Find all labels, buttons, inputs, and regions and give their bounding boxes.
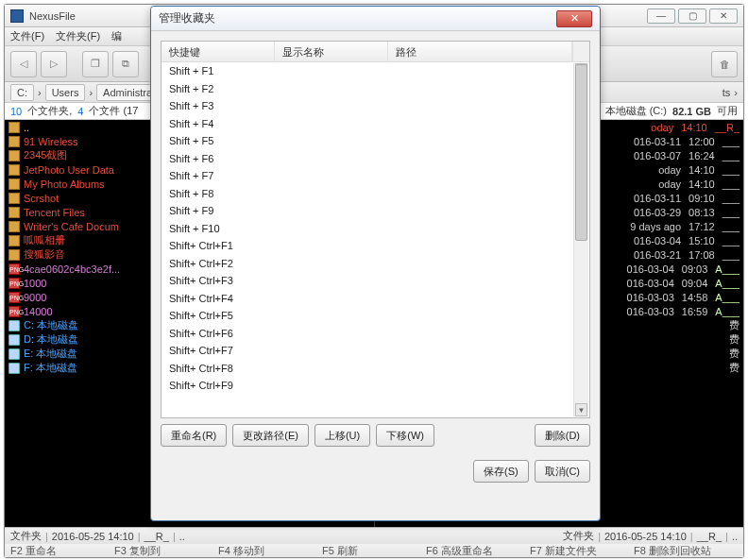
minimize-button[interactable]: — — [647, 8, 675, 24]
attr-col: A___ — [715, 263, 740, 275]
move-down-button[interactable]: 下移(W) — [376, 424, 434, 447]
favorite-row[interactable]: Shift+ Ctrl+F7 — [162, 342, 589, 360]
folder-icon — [8, 122, 20, 133]
favorite-row[interactable]: Shift + F4 — [162, 115, 589, 133]
drive-icon — [8, 320, 20, 331]
bc-right-tail: ts — [722, 87, 731, 98]
favorite-row[interactable]: Shift+ Ctrl+F8 — [162, 360, 589, 378]
layers-button[interactable]: ⧉ — [112, 51, 139, 77]
time-col: 14:10 — [688, 164, 715, 176]
list-body[interactable]: Shift + F1Shift + F2Shift + F3Shift + F4… — [162, 62, 589, 417]
favorite-row[interactable]: Shift+ Ctrl+F1 — [162, 237, 589, 255]
scroll-thumb[interactable] — [575, 64, 587, 241]
trash-button[interactable]: 🗑 — [711, 51, 738, 77]
drive-icon — [8, 363, 20, 374]
rename-button[interactable]: 重命名(R) — [161, 424, 227, 447]
close-button[interactable]: ✕ — [709, 8, 738, 24]
date-col: 016-03-21 — [634, 249, 681, 261]
copy-icon: ❐ — [91, 58, 100, 70]
folder-icon — [8, 193, 20, 204]
fn-f6[interactable]: F6 高级重命名 — [426, 544, 530, 558]
dialog-close-button[interactable]: ✕ — [556, 10, 592, 27]
menu-edit[interactable]: 编 — [111, 29, 122, 43]
menu-folder[interactable]: 文件夹(F) — [56, 29, 100, 43]
change-path-button[interactable]: 更改路径(E) — [232, 424, 309, 447]
time-col: 15:10 — [688, 235, 715, 246]
fn-f2[interactable]: F2 重命名 — [10, 544, 114, 558]
date-col: oday — [658, 164, 681, 176]
favorite-row[interactable]: Shift + F9 — [162, 202, 589, 220]
favorite-row[interactable]: Shift+ Ctrl+F4 — [162, 290, 589, 308]
attr-col: ___ — [722, 164, 740, 176]
maximize-button[interactable]: ▢ — [678, 8, 706, 24]
date-col: 016-03-29 — [634, 207, 681, 218]
list-header: 快捷键 显示名称 路径 — [162, 42, 589, 62]
attr-col: A___ — [715, 278, 740, 289]
back-button[interactable]: ◁ — [10, 51, 37, 77]
delete-button[interactable]: 删除(D) — [535, 424, 590, 447]
drive-icon — [8, 334, 20, 346]
favorite-row[interactable]: Shift + F10 — [162, 220, 589, 238]
forward-button[interactable]: ▷ — [41, 51, 67, 77]
attr-col: A___ — [715, 292, 740, 303]
move-up-button[interactable]: 上移(U) — [314, 424, 370, 447]
attr-col: A___ — [715, 306, 740, 317]
favorite-row[interactable]: Shift + F6 — [162, 150, 589, 168]
drive-label: 本地磁盘 (C:) — [605, 104, 667, 118]
favorite-row[interactable]: Shift+ Ctrl+F9 — [162, 377, 589, 395]
col-shortcut[interactable]: 快捷键 — [162, 42, 275, 61]
folder-icon — [8, 207, 20, 218]
fn-f8[interactable]: F8 删除到回收站 — [634, 544, 738, 558]
time-col: 09:03 — [682, 263, 708, 275]
status-left-date: 2016-05-25 14:10 — [52, 531, 134, 542]
fn-f7[interactable]: F7 新建文件夹 — [530, 544, 634, 558]
drive-icon — [8, 348, 20, 360]
item-label: 9000 — [24, 292, 46, 303]
close-icon: ✕ — [570, 12, 579, 25]
save-button[interactable]: 保存(S) — [473, 460, 529, 483]
app-title: NexusFile — [29, 10, 76, 22]
favorite-row[interactable]: Shift + F1 — [162, 62, 589, 80]
favorite-row[interactable]: Shift + F8 — [162, 185, 589, 203]
item-label: Tencent Files — [24, 207, 85, 218]
dialog-button-row-1: 重命名(R) 更改路径(E) 上移(U) 下移(W) 删除(D) — [151, 424, 600, 452]
favorite-row[interactable]: Shift + F5 — [162, 132, 589, 150]
layers-icon: ⧉ — [122, 58, 129, 70]
col-display-name[interactable]: 显示名称 — [275, 42, 388, 61]
bc-users[interactable]: Users — [45, 84, 86, 101]
item-label: 1000 — [24, 278, 46, 289]
file-count: 4 — [77, 106, 83, 117]
favorite-row[interactable]: Shift+ Ctrl+F5 — [162, 307, 589, 325]
favorite-row[interactable]: Shift+ Ctrl+F2 — [162, 255, 589, 273]
attr-col: ___ — [722, 235, 740, 246]
bc-drive[interactable]: C: — [10, 84, 34, 101]
favorite-row[interactable]: Shift + F2 — [162, 80, 589, 98]
fn-f4[interactable]: F4 移动到 — [218, 544, 322, 558]
col-path[interactable]: 路径 — [388, 42, 572, 61]
list-scrollbar[interactable]: ▲ ▼ — [573, 63, 588, 416]
dialog-titlebar: 管理收藏夹 ✕ — [151, 7, 600, 31]
attr-col: ___ — [722, 178, 740, 190]
favorite-row[interactable]: Shift+ Ctrl+F6 — [162, 325, 589, 343]
favorite-row[interactable]: Shift + F7 — [162, 167, 589, 185]
fn-f3[interactable]: F3 复制到 — [114, 544, 218, 558]
attr-col: ___ — [722, 150, 740, 161]
favorite-row[interactable]: Shift+ Ctrl+F3 — [162, 272, 589, 290]
scroll-down-icon[interactable]: ▼ — [575, 403, 587, 416]
item-label: 2345截图 — [24, 148, 67, 162]
png-icon: PNG — [8, 278, 20, 289]
fn-f5[interactable]: F5 刷新 — [322, 544, 426, 558]
favorites-dialog: 管理收藏夹 ✕ 快捷键 显示名称 路径 Shift + F1Shift + F2… — [150, 6, 601, 521]
copy-button[interactable]: ❐ — [82, 51, 109, 77]
cancel-button[interactable]: 取消(C) — [535, 460, 590, 483]
attr-col: ___ — [722, 136, 740, 147]
status-right-folder: 文件夹 — [563, 529, 594, 543]
time-col: 12:00 — [688, 136, 715, 147]
date-col: 016-03-03 — [627, 306, 674, 317]
time-col: 14:10 — [681, 122, 707, 133]
drive-tail: 费 — [729, 318, 740, 332]
date-col: 016-03-04 — [627, 278, 674, 289]
favorite-row[interactable]: Shift + F3 — [162, 97, 589, 115]
folder-count: 10 — [10, 106, 22, 117]
menu-file[interactable]: 文件(F) — [10, 29, 44, 43]
